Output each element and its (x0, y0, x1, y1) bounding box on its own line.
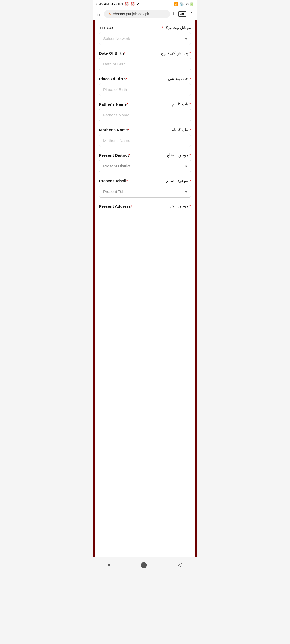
mothers-name-input[interactable] (99, 134, 191, 147)
fathers-label-ur: * باپ کا نام (172, 102, 191, 107)
tehsil-label-ur: * موجودہ شہر (166, 178, 191, 183)
dob-label-ur: * پیدائش کی تاریخ (161, 51, 191, 56)
district-label-en: Present District* (99, 153, 130, 158)
telco-required-star: * (162, 25, 163, 30)
back-button[interactable]: ◁ (172, 560, 187, 569)
pob-label-en: Place Of Birth* (99, 76, 127, 81)
network-select-wrapper[interactable]: Select Network Jazz Telenor Ufone Zong ▾ (99, 32, 191, 45)
dob-label-row: Date Of Birth* * پیدائش کی تاریخ (99, 51, 191, 56)
address-label-ur: * موجودہ پتہ (169, 204, 191, 208)
alarm-icon: ⏰ (125, 2, 129, 6)
telco-label-row: TELCO موبائل نیٹ ورک * (99, 25, 191, 30)
signal-icon: 📶 (174, 2, 178, 6)
pob-label-ur: * جائے پیدائش (168, 76, 191, 81)
status-bar: 6:42 AM 8.9KB/s ⏰ ⏰ ✔ 📶 📡 72🔋 (93, 0, 197, 8)
district-select[interactable]: Present District Lahore Karachi Islamaba… (99, 160, 191, 172)
menu-dots[interactable]: ⋮ (189, 11, 195, 17)
tehsil-label-row: Present Tehsil* * موجودہ شہر (99, 178, 191, 183)
address-label-row: Present Address* * موجودہ پتہ (99, 204, 191, 208)
browser-actions: + 20 ⋮ (172, 10, 195, 17)
mothers-label-row: Mother's Name* * ماں کا نام (99, 127, 191, 132)
telco-label-ur: موبائل نیٹ ورک * (162, 25, 191, 30)
dob-label-en: Date Of Birth* (99, 51, 125, 56)
fathers-label-en: Father's Name* (99, 102, 128, 107)
status-right: 📶 📡 72🔋 (174, 2, 194, 6)
pob-input[interactable] (99, 83, 191, 96)
home-nav-button[interactable]: ⬤ (135, 560, 153, 569)
mothers-label-en: Mother's Name* (99, 127, 129, 132)
alarm2-icon: ⏰ (130, 2, 135, 6)
time: 6:42 AM (96, 2, 109, 6)
download-icon: ✔ (136, 2, 139, 6)
district-label-ur: * موجودہ ضلع (167, 153, 191, 158)
pob-label-row: Place Of Birth* * جائے پیدائش (99, 76, 191, 81)
status-left: 6:42 AM 8.9KB/s ⏰ ⏰ ✔ (96, 2, 139, 6)
plus-icon[interactable]: + (172, 10, 176, 17)
district-select-wrapper[interactable]: Present District Lahore Karachi Islamaba… (99, 160, 191, 172)
navigation-bar: ▪ ⬤ ◁ (93, 557, 197, 575)
url-text: ehsaas.punjab.gov.pk (113, 12, 149, 16)
battery-indicator: 72🔋 (186, 2, 194, 6)
fathers-name-input[interactable] (99, 109, 191, 121)
tehsil-select-wrapper[interactable]: Present Tehsil Tehsil 1 Tehsil 2 ▾ (99, 185, 191, 198)
network-select[interactable]: Select Network Jazz Telenor Ufone Zong (99, 32, 191, 45)
tehsil-label-en: Present Tehsil* (99, 178, 128, 183)
form-page: TELCO موبائل نیٹ ورک * Select Network Ja… (93, 20, 197, 557)
address-label-en: Present Address* (99, 204, 132, 208)
wifi-icon: 📡 (180, 2, 184, 6)
warning-icon: ⚠ (108, 12, 111, 16)
district-label-row: Present District* * موجودہ ضلع (99, 153, 191, 158)
browser-bar: ⌂ ⚠ ehsaas.punjab.gov.pk + 20 ⋮ (93, 8, 197, 20)
mothers-label-ur: * ماں کا نام (172, 127, 191, 132)
home-button[interactable]: ⌂ (95, 10, 102, 18)
recent-apps-button[interactable]: ▪ (103, 560, 115, 569)
tehsil-select[interactable]: Present Tehsil Tehsil 1 Tehsil 2 (99, 185, 191, 198)
dob-input[interactable] (99, 58, 191, 70)
fathers-label-row: Father's Name* * باپ کا نام (99, 102, 191, 107)
dob-required-star: * (124, 51, 125, 56)
speed: 8.9KB/s (111, 2, 123, 6)
url-bar[interactable]: ⚠ ehsaas.punjab.gov.pk (104, 10, 170, 18)
tab-count[interactable]: 20 (178, 11, 186, 17)
telco-label-en: TELCO (99, 25, 113, 30)
